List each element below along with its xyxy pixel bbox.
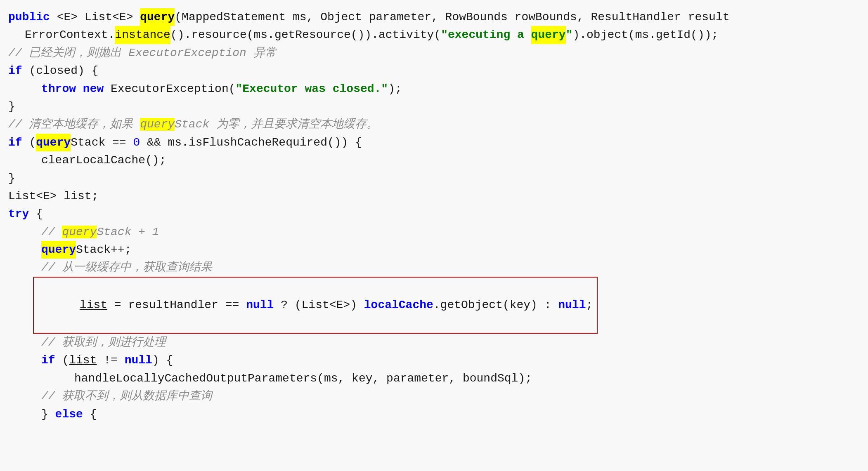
line-8: if (queryStack == 0 && ms.isFlushCacheRe… bbox=[8, 134, 860, 151]
stack-incr: Stack++; bbox=[76, 241, 131, 259]
line-15: // 从一级缓存中，获取查询结果 bbox=[8, 259, 860, 276]
not-null: != bbox=[97, 351, 124, 369]
stack-text: Stack == bbox=[71, 134, 133, 151]
chain1: ().resource(ms.getResource()).activity( bbox=[170, 26, 441, 44]
line-12: try { bbox=[8, 205, 860, 223]
and-op: && ms.isFlushCacheRequired()) { bbox=[140, 134, 362, 151]
comment-got-result: // 获取到，则进行处理 bbox=[41, 334, 166, 351]
code-container: public <E> List<E> query(MappedStatement… bbox=[0, 4, 868, 427]
line-14: queryStack++; bbox=[8, 241, 860, 259]
list-var2: list bbox=[69, 351, 97, 369]
brace-close-3: } bbox=[41, 405, 55, 423]
line-17: // 获取到，则进行处理 bbox=[8, 334, 860, 351]
list-decl: List<E> list; bbox=[8, 187, 98, 205]
keyword-new: new bbox=[83, 80, 111, 98]
line-3: // 已经关闭，则抛出 ExecutorException 异常 bbox=[8, 44, 860, 62]
keyword-throw: throw bbox=[41, 80, 83, 98]
string-executor-closed: "Executor was closed." bbox=[236, 80, 388, 98]
keyword-else: else bbox=[55, 405, 83, 423]
comment-cache: // 清空本地缓存，如果 queryStack 为零，并且要求清空本地缓存。 bbox=[8, 115, 378, 133]
brace-open-try: { bbox=[36, 205, 43, 223]
generic-e: <E> bbox=[57, 8, 85, 26]
instance-method: instance bbox=[115, 28, 170, 41]
comment-querystack-incr: // queryStack + 1 bbox=[41, 223, 159, 241]
line-10: } bbox=[8, 170, 860, 187]
keyword-try: try bbox=[8, 205, 36, 223]
string-end: " bbox=[566, 26, 573, 44]
line-5: throw new ExecutorException("Executor wa… bbox=[8, 80, 860, 98]
exception-class: ExecutorException( bbox=[111, 80, 235, 98]
keyword-if2: if bbox=[8, 134, 29, 151]
line-13: // queryStack + 1 bbox=[8, 223, 860, 241]
clear-cache: clearLocalCache(); bbox=[41, 151, 166, 169]
line-7: // 清空本地缓存，如果 queryStack 为零，并且要求清空本地缓存。 bbox=[8, 115, 860, 133]
brace-open3: ) { bbox=[152, 351, 173, 369]
string-executing: "executing a bbox=[441, 26, 531, 44]
assign: = bbox=[107, 299, 128, 311]
list-var: list bbox=[80, 299, 107, 311]
comment-closed: // 已经关闭，则抛出 ExecutorException 异常 bbox=[8, 44, 277, 62]
brace-open-else: { bbox=[83, 405, 97, 423]
params-open: (MappedStatement ms, Object parameter, R… bbox=[175, 8, 729, 26]
line-11: List<E> list; bbox=[8, 187, 860, 205]
keyword-if: if bbox=[8, 62, 29, 80]
highlight-instance: instance bbox=[115, 26, 170, 44]
line-20: // 获取不到，则从数据库中查询 bbox=[8, 387, 860, 405]
string-query: query bbox=[531, 28, 566, 41]
brace-close-1: } bbox=[8, 98, 15, 115]
null-kw1: null bbox=[246, 299, 274, 311]
highlight-querystack2: query bbox=[41, 241, 76, 259]
line-4: if (closed) { bbox=[8, 62, 860, 80]
comment-first-cache: // 从一级缓存中，获取查询结果 bbox=[41, 259, 212, 276]
semicolon: ; bbox=[586, 299, 593, 311]
paren-open2: ( bbox=[29, 134, 36, 151]
line-18: if (list != null) { bbox=[8, 351, 860, 369]
ternary-op: ? (List<E>) bbox=[274, 299, 364, 311]
resulthandler-var: resultHandler bbox=[128, 299, 218, 311]
type-list: List<E> bbox=[85, 8, 140, 26]
keyword-public: public bbox=[8, 8, 57, 26]
highlight-query-method: query bbox=[140, 8, 175, 26]
paren-open3: ( bbox=[62, 351, 69, 369]
handle-cached: handleLocallyCachedOutputParameters(ms, … bbox=[74, 370, 532, 387]
line-16: list = resultHandler == null ? (List<E>)… bbox=[8, 277, 860, 334]
line-21: } else { bbox=[8, 405, 860, 423]
highlight-querystack: query bbox=[36, 134, 71, 151]
getobject: .getObject(key) : bbox=[433, 299, 558, 311]
querystack-kw2: query bbox=[41, 243, 76, 256]
method-query: query bbox=[140, 11, 175, 24]
paren-closed: (closed) { bbox=[29, 62, 98, 80]
eq-op: == bbox=[218, 299, 246, 311]
chain2: ).object(ms.getId()); bbox=[572, 26, 718, 44]
line-2: ErrorContext.instance().resource(ms.getR… bbox=[8, 26, 860, 44]
comment-query-db: // 获取不到，则从数据库中查询 bbox=[41, 387, 212, 405]
highlight-query-in-string: query bbox=[531, 26, 566, 44]
line-1: public <E> List<E> query(MappedStatement… bbox=[8, 8, 860, 26]
brace-close-2: } bbox=[8, 170, 15, 187]
null-kw3: null bbox=[125, 351, 152, 369]
errorcontext: ErrorContext. bbox=[25, 26, 115, 44]
line-19: handleLocallyCachedOutputParameters(ms, … bbox=[8, 370, 860, 387]
line-9: clearLocalCache(); bbox=[8, 151, 860, 169]
localcache-var: localCache bbox=[364, 299, 433, 311]
null-kw2: null bbox=[558, 299, 586, 311]
zero: 0 bbox=[133, 134, 140, 151]
throw-end: ); bbox=[388, 80, 402, 98]
querystack-kw: query bbox=[36, 136, 71, 149]
line-6: } bbox=[8, 98, 860, 115]
boxed-code-line: list = resultHandler == null ? (List<E>)… bbox=[33, 277, 598, 334]
keyword-if3: if bbox=[41, 351, 62, 369]
